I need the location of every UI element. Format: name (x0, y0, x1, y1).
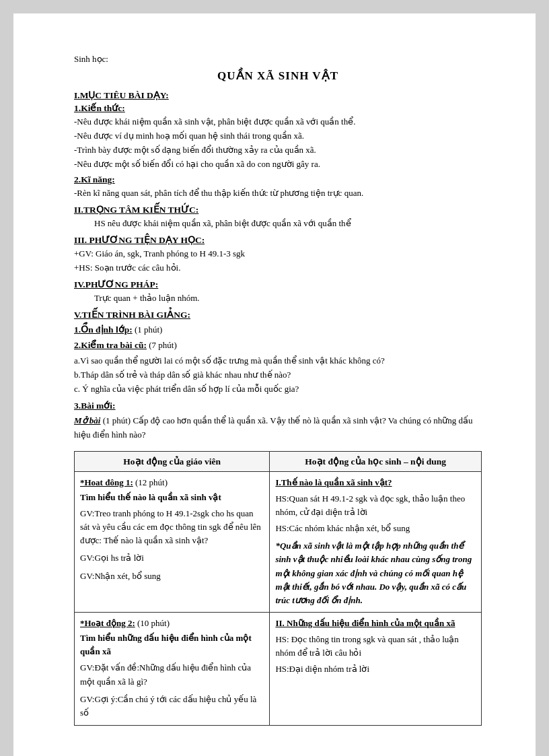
section3-item2: +HS: Soạn trước các câu hỏi. (74, 261, 482, 275)
section5-sub2-header: 2.Kiểm tra bài cũ: (7 phút) (74, 339, 482, 353)
section1-item3: -Trình bày được một số dạng biến đổi thư… (74, 143, 482, 157)
section5-sub3-header: 3.Bài mới: (74, 399, 482, 413)
activity1-time: (12 phút) (135, 477, 168, 487)
section4-content: Trực quan + thảo luận nhóm. (94, 291, 482, 305)
section1-sub1-label: 1.Kiến thức: (74, 102, 482, 114)
activity2-label: *Hoạt động 2: (80, 618, 135, 628)
section3-item1: +GV: Giáo án, sgk, Tranh phóng to H 49.1… (74, 247, 482, 261)
right1-hs2: HS:Các nhóm khác nhận xét, bổ sung (275, 522, 476, 535)
table-header-right: Hoạt động của học sinh – nội dung (270, 451, 482, 471)
right1-conclusion: *Quần xã sinh vật là một tập hợp những q… (275, 539, 476, 607)
activity1-gv3: GV:Nhận xét, bổ sung (80, 570, 264, 583)
section2-content: HS nêu được khái niệm quần xã, phân biệt… (94, 217, 482, 230)
section1-item1: -Nêu được khái niệm quần xã sinh vật, ph… (74, 115, 482, 129)
section1-sub2-item1: -Rèn kĩ năng quan sát, phân tích để thu … (74, 186, 482, 200)
lesson-table: Hoạt động của giáo viên Hoạt động của họ… (74, 451, 482, 726)
section5-sub2-item2: b.Tháp dân số trẻ và tháp dân số già khá… (74, 368, 482, 382)
activity2-title: Tìm hiểu những dấu hiệu điển hình của mộ… (80, 631, 264, 658)
section3-heading: III. PHƯƠNG TIỆN DẠY HỌC: (74, 234, 482, 246)
section5-sub2-time: (7 phút) (149, 340, 177, 350)
activity1-label: *Hoat đông 1: (80, 477, 133, 487)
right2-section-title: II. Những dấu hiệu điển hình của một quầ… (275, 617, 476, 630)
section4-heading: IV.PHƯƠNG PHÁP: (74, 279, 482, 290)
section5-sub3-intro: Mở bài (1 phút) Cấp độ cao hơn quần thể … (74, 414, 482, 441)
section5-sub3-intro-label: Mở bài (74, 415, 100, 425)
right2-hs2: HS:Đại diện nhóm trả lời (275, 662, 476, 676)
section5-heading: V.TIẾN TRÌNH BÀI GIẢNG: (74, 309, 482, 320)
subject-label: Sinh học: (74, 54, 482, 65)
section5-sub2-item3: c. Ý nghĩa của việc phát triển dân số hợ… (74, 382, 482, 396)
table-row-1: *Hoat đông 1: (12 phút) Tìm hiểu thế nào… (75, 471, 482, 612)
right1-hs1: HS:Quan sát H 49.1-2 sgk và đọc sgk, thả… (275, 492, 476, 519)
right1-section-title: I.Thế nào là quần xã sinh vật? (275, 476, 476, 489)
section5-sub3-intro-content: Cấp độ cao hơn quần thể là quần xã. Vậy … (74, 415, 472, 439)
table-row1-right: I.Thế nào là quần xã sinh vật? HS:Quan s… (270, 471, 482, 612)
activity2-gv2: GV:Gợi ý:Cần chú ý tới các dấu hiệu chủ … (80, 693, 264, 720)
main-title: QUẦN XÃ SINH VẬT (74, 69, 482, 83)
table-header-left: Hoạt động của giáo viên (75, 451, 270, 471)
section1-item4: -Nêu được một số biến đổi có hại cho quầ… (74, 158, 482, 171)
section5-sub1-time: (1 phút) (135, 324, 163, 335)
section5-sub2-item1: a.Vì sao quần thể người lai có một số đặ… (74, 354, 482, 368)
section5-sub3-intro-time: (1 phút) (103, 415, 131, 425)
activity2-header: *Hoạt động 2: (10 phút) (80, 617, 264, 630)
activity1-gv2: GV:Gọi hs trả lời (80, 551, 264, 565)
table-row2-left: *Hoạt động 2: (10 phút) Tìm hiểu những d… (75, 613, 270, 726)
right2-section-title-text: II. Những dấu hiệu điển hình của một quầ… (275, 618, 455, 628)
activity2-time: (10 phút) (137, 618, 170, 628)
section1-heading: I.MỤC TIÊU BÀI DẠY: (74, 90, 482, 101)
activity1-gv1: GV:Treo tranh phóng to H 49.1-2sgk cho h… (80, 507, 264, 547)
section5-sub1-label: 1.Ổn định lớp: (74, 324, 133, 335)
section5-sub3-label: 3.Bài mới: (74, 401, 116, 411)
section2-heading: II.TRỌNG TÂM KIẾN THỨC: (74, 204, 482, 215)
page: Sinh học: QUẦN XÃ SINH VẬT I.MỤC TIÊU BÀ… (13, 13, 536, 756)
section5-sub2-label: 2.Kiểm tra bài cũ: (74, 340, 147, 350)
table-row1-left: *Hoat đông 1: (12 phút) Tìm hiểu thế nào… (75, 471, 270, 612)
section5-sub1: 1.Ổn định lớp: (1 phút) (74, 323, 482, 337)
section1-item2: -Nêu được ví dụ minh hoạ mối quan hệ sin… (74, 129, 482, 143)
section1-sub2-label: 2.Kĩ năng: (74, 174, 482, 185)
activity1-title: Tìm hiểu thế nào là quần xã sinh vật (80, 491, 264, 504)
table-row-2: *Hoạt động 2: (10 phút) Tìm hiểu những d… (75, 613, 482, 726)
right2-hs1: HS: Đọc thông tin trong sgk và quan sát … (275, 633, 476, 660)
activity2-gv1: GV:Đặt vấn đề:Những dấu hiệu điển hình c… (80, 661, 264, 688)
table-row2-right: II. Những dấu hiệu điển hình của một quầ… (270, 613, 482, 726)
activity1-header: *Hoat đông 1: (12 phút) (80, 476, 264, 489)
